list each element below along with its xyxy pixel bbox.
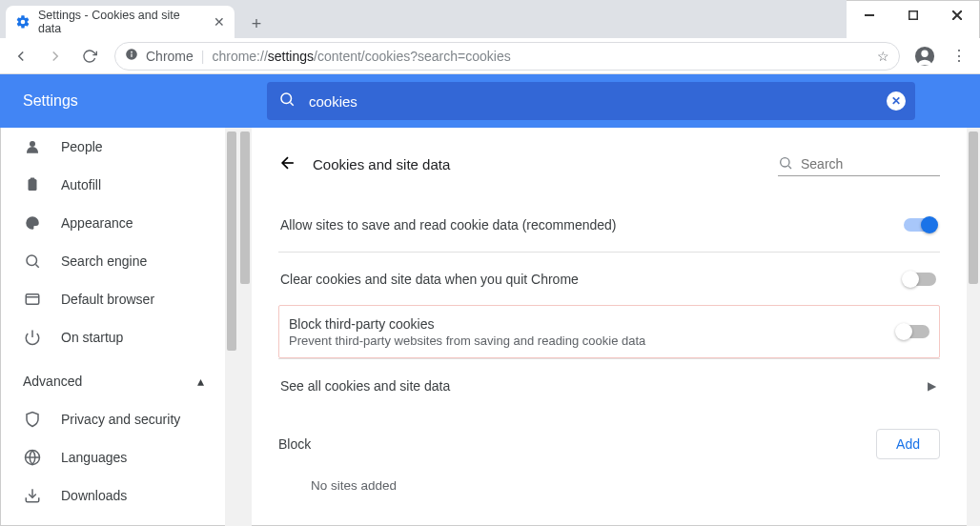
search-icon: [23, 253, 42, 270]
search-icon: [278, 91, 296, 111]
page-search[interactable]: [778, 153, 940, 176]
new-tab-button[interactable]: +: [242, 10, 271, 38]
row-clear-on-exit: Clear cookies and site data when you qui…: [278, 252, 940, 305]
toggle-block-third-party[interactable]: [897, 325, 929, 338]
power-icon: [23, 329, 42, 346]
forward-button[interactable]: [40, 41, 71, 71]
tab-strip: Settings - Cookies and site data ✕ +: [0, 0, 847, 38]
row-title: Block third-party cookies: [289, 316, 897, 332]
chevron-right-icon: ▶: [928, 379, 936, 393]
reload-button[interactable]: [74, 41, 105, 71]
tab-title: Settings - Cookies and site data: [38, 9, 206, 35]
block-section-header: Block Add: [278, 429, 940, 459]
svg-line-15: [35, 264, 38, 267]
svg-point-14: [27, 255, 37, 266]
sidebar-item-on-startup[interactable]: On startup: [0, 318, 227, 356]
download-icon: [23, 487, 42, 504]
sidebar-item-label: Privacy and security: [61, 412, 180, 427]
clear-search-icon[interactable]: ✕: [887, 91, 906, 111]
back-icon[interactable]: [278, 153, 297, 176]
sidebar-item-label: Downloads: [61, 488, 127, 503]
row-allow-cookies: Allow sites to save and read cookie data…: [278, 198, 940, 252]
page-search-input[interactable]: [801, 156, 915, 172]
sidebar-item-search-engine[interactable]: Search engine: [0, 242, 227, 280]
sidebar: People Autofill Appearance Search engine…: [0, 128, 227, 526]
row-title: See all cookies and site data: [280, 378, 928, 394]
tab-close-icon[interactable]: ✕: [214, 14, 225, 30]
svg-point-23: [781, 157, 789, 166]
main-scrollbar-left[interactable]: [238, 128, 252, 526]
svg-line-10: [290, 102, 293, 105]
sidebar-advanced-toggle[interactable]: Advanced ▴: [0, 362, 227, 400]
shield-icon: [23, 411, 42, 428]
block-empty-text: No sites added: [278, 459, 940, 493]
gear-icon: [15, 14, 31, 30]
browser-icon: [23, 291, 42, 308]
svg-rect-13: [31, 178, 35, 181]
add-block-button[interactable]: Add: [876, 429, 940, 459]
sidebar-item-label: Autofill: [61, 177, 101, 192]
browser-tab[interactable]: Settings - Cookies and site data ✕: [6, 6, 235, 38]
sidebar-item-label: People: [61, 139, 103, 154]
content-area: People Autofill Appearance Search engine…: [0, 128, 980, 526]
toggle-allow-cookies[interactable]: [904, 218, 936, 232]
site-info-icon[interactable]: [125, 48, 138, 64]
main-panel: Cookies and site data Allow sites to sav…: [252, 128, 967, 526]
settings-header: Settings ✕: [0, 74, 980, 128]
sidebar-scrollbar[interactable]: [225, 128, 238, 526]
block-label: Block: [278, 436, 876, 452]
row-see-all-cookies[interactable]: See all cookies and site data ▶: [278, 358, 940, 412]
settings-search[interactable]: ✕: [267, 82, 915, 120]
globe-icon: [23, 449, 42, 466]
sidebar-item-people[interactable]: People: [0, 128, 227, 166]
row-subtitle: Prevent third-party websites from saving…: [289, 334, 897, 348]
sidebar-item-appearance[interactable]: Appearance: [0, 204, 227, 242]
person-icon: [23, 138, 42, 155]
svg-rect-12: [29, 179, 37, 191]
main-scrollbar-right[interactable]: [967, 128, 980, 526]
bookmark-icon[interactable]: ☆: [877, 49, 889, 64]
svg-rect-6: [131, 53, 132, 57]
row-title: Allow sites to save and read cookie data…: [280, 217, 904, 233]
url-chrome-label: Chrome: [146, 49, 194, 64]
minimize-button[interactable]: [847, 1, 891, 30]
browser-toolbar: Chrome | chrome://settings/content/cooki…: [0, 38, 980, 74]
svg-point-11: [30, 141, 35, 147]
sidebar-item-label: Appearance: [61, 215, 133, 231]
close-button[interactable]: [935, 1, 979, 30]
clipboard-icon: [23, 176, 42, 193]
url-path: /content/cookies?search=cookies: [314, 49, 511, 64]
sidebar-item-label: Default browser: [61, 292, 154, 307]
back-button[interactable]: [6, 41, 36, 71]
url-host: settings: [268, 49, 314, 64]
chevron-up-icon: ▴: [197, 374, 204, 389]
settings-search-input[interactable]: [309, 93, 904, 110]
sidebar-item-label: Languages: [61, 450, 127, 465]
row-title: Clear cookies and site data when you qui…: [280, 272, 904, 287]
profile-button[interactable]: [909, 41, 940, 71]
advanced-label: Advanced: [23, 374, 82, 389]
sidebar-item-privacy[interactable]: Privacy and security: [0, 400, 227, 438]
svg-rect-1: [909, 11, 918, 20]
svg-point-8: [921, 50, 928, 56]
palette-icon: [23, 214, 42, 232]
page-title: Cookies and site data: [313, 156, 763, 172]
sidebar-item-autofill[interactable]: Autofill: [0, 166, 227, 204]
row-block-third-party: Block third-party cookies Prevent third-…: [278, 305, 940, 358]
url-scheme: chrome://: [212, 49, 267, 64]
svg-line-24: [788, 166, 791, 169]
search-icon: [778, 155, 793, 173]
svg-point-5: [131, 51, 133, 53]
svg-point-9: [281, 93, 292, 104]
sidebar-item-downloads[interactable]: Downloads: [0, 476, 227, 515]
sidebar-item-default-browser[interactable]: Default browser: [0, 280, 227, 318]
address-bar[interactable]: Chrome | chrome://settings/content/cooki…: [114, 42, 900, 71]
kebab-menu-button[interactable]: ⋮: [944, 41, 974, 71]
maximize-button[interactable]: [891, 1, 935, 30]
sidebar-item-languages[interactable]: Languages: [0, 438, 227, 476]
toggle-clear-on-exit[interactable]: [904, 273, 936, 286]
svg-rect-16: [26, 294, 39, 305]
settings-title: Settings: [0, 92, 267, 110]
sidebar-item-label: Search engine: [61, 253, 147, 269]
sidebar-item-label: On startup: [61, 330, 123, 345]
